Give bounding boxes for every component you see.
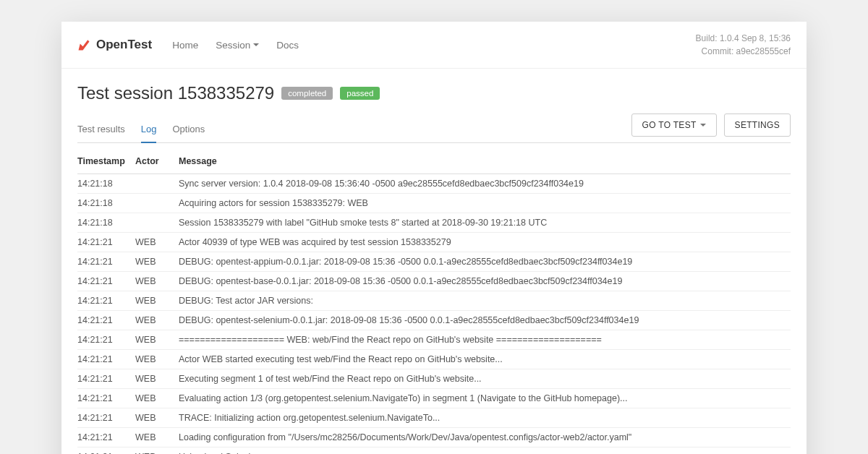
header-timestamp: Timestamp	[77, 147, 135, 174]
log-row: 14:21:21WEBEvaluating action 1/3 (org.ge…	[77, 389, 791, 408]
action-buttons: GO TO TEST SETTINGS	[631, 113, 791, 137]
log-timestamp: 14:21:21	[77, 233, 135, 252]
log-timestamp: 14:21:18	[77, 174, 135, 194]
log-message: TRACE: Initializing action org.getopente…	[179, 408, 791, 428]
logo-icon	[77, 38, 90, 51]
log-message: DEBUG: opentest-appium-0.0.1.jar: 2018-0…	[179, 252, 791, 272]
log-message: Evaluating action 1/3 (org.getopentest.s…	[179, 389, 791, 408]
log-message: ==================== WEB: web/Find the R…	[179, 330, 791, 350]
tabs-actions-row: Test results Log Options GO TO TEST SETT…	[77, 113, 791, 143]
header-actor: Actor	[135, 147, 179, 174]
build-text: Build: 1.0.4 Sep 8, 15:36	[696, 32, 791, 45]
brand-text: OpenTest	[96, 38, 152, 52]
log-actor: WEB	[135, 447, 179, 455]
page-title: Test session 1538335279	[77, 83, 274, 103]
chevron-down-icon	[253, 43, 259, 46]
log-message: Actor WEB started executing test web/Fin…	[179, 350, 791, 369]
log-timestamp: 14:21:21	[77, 311, 135, 330]
log-actor: WEB	[135, 389, 179, 408]
log-actor	[135, 194, 179, 213]
tabs: Test results Log Options	[77, 116, 205, 142]
nav-home[interactable]: Home	[172, 40, 198, 51]
log-row: 14:21:21WEBLoading configuration from "/…	[77, 428, 791, 447]
log-timestamp: 14:21:18	[77, 194, 135, 213]
log-row: 14:21:18Session 1538335279 with label "G…	[77, 213, 791, 233]
log-message: Session 1538335279 with label "GitHub sm…	[179, 213, 791, 233]
log-row: 14:21:18Acquiring actors for session 153…	[77, 194, 791, 213]
title-row: Test session 1538335279 completed passed	[77, 83, 791, 103]
log-actor: WEB	[135, 291, 179, 311]
log-actor: WEB	[135, 350, 179, 369]
log-row: 14:21:21WEBDEBUG: Test actor JAR version…	[77, 291, 791, 311]
log-message: Acquiring actors for session 1538335279:…	[179, 194, 791, 213]
chevron-down-icon	[700, 124, 706, 127]
page-body: Test session 1538335279 completed passed…	[61, 69, 807, 454]
log-row: 14:21:21WEB==================== WEB: web…	[77, 330, 791, 350]
nav-items: Home Session Docs	[172, 40, 299, 51]
brand[interactable]: OpenTest	[77, 38, 152, 52]
log-row: 14:21:21WEBTRACE: Initializing action or…	[77, 408, 791, 428]
log-actor: WEB	[135, 428, 179, 447]
log-actor	[135, 174, 179, 194]
app-window: OpenTest Home Session Docs Build: 1.0.4 …	[61, 22, 807, 454]
settings-button[interactable]: SETTINGS	[724, 113, 791, 137]
log-timestamp: 14:21:21	[77, 369, 135, 389]
log-actor: WEB	[135, 408, 179, 428]
nav-docs[interactable]: Docs	[276, 40, 299, 51]
log-row: 14:21:21WEBActor 40939 of type WEB was a…	[77, 233, 791, 252]
log-message: Using local Selenium server	[179, 447, 791, 455]
nav-session[interactable]: Session	[216, 40, 259, 51]
log-timestamp: 14:21:21	[77, 291, 135, 311]
commit-text: Commit: a9ec28555cef	[696, 45, 791, 58]
log-message: DEBUG: Test actor JAR versions:	[179, 291, 791, 311]
log-timestamp: 14:21:21	[77, 447, 135, 455]
log-actor	[135, 213, 179, 233]
log-row: 14:21:21WEBExecuting segment 1 of test w…	[77, 369, 791, 389]
log-message: DEBUG: opentest-base-0.0.1.jar: 2018-09-…	[179, 272, 791, 291]
log-row: 14:21:21WEBDEBUG: opentest-appium-0.0.1.…	[77, 252, 791, 272]
tab-test-results[interactable]: Test results	[77, 116, 125, 142]
log-timestamp: 14:21:21	[77, 428, 135, 447]
log-row: 14:21:18Sync server version: 1.0.4 2018-…	[77, 174, 791, 194]
log-timestamp: 14:21:21	[77, 252, 135, 272]
log-actor: WEB	[135, 311, 179, 330]
go-to-test-button[interactable]: GO TO TEST	[631, 113, 717, 137]
log-timestamp: 14:21:21	[77, 408, 135, 428]
log-timestamp: 14:21:21	[77, 330, 135, 350]
log-actor: WEB	[135, 330, 179, 350]
status-badge-passed: passed	[340, 87, 380, 100]
status-badge-completed: completed	[281, 87, 333, 100]
build-meta: Build: 1.0.4 Sep 8, 15:36 Commit: a9ec28…	[696, 32, 791, 58]
log-table: Timestamp Actor Message 14:21:18Sync ser…	[77, 147, 791, 454]
log-timestamp: 14:21:21	[77, 272, 135, 291]
log-row: 14:21:21WEBUsing local Selenium server	[77, 447, 791, 455]
log-message: Executing segment 1 of test web/Find the…	[179, 369, 791, 389]
log-row: 14:21:21WEBDEBUG: opentest-base-0.0.1.ja…	[77, 272, 791, 291]
log-actor: WEB	[135, 272, 179, 291]
log-row: 14:21:21WEBActor WEB started executing t…	[77, 350, 791, 369]
tab-options[interactable]: Options	[172, 116, 205, 142]
log-message: Sync server version: 1.0.4 2018-09-08 15…	[179, 174, 791, 194]
log-message: Loading configuration from "/Users/mc282…	[179, 428, 791, 447]
log-timestamp: 14:21:21	[77, 389, 135, 408]
log-actor: WEB	[135, 252, 179, 272]
log-timestamp: 14:21:18	[77, 213, 135, 233]
tab-log[interactable]: Log	[141, 116, 157, 143]
log-message: DEBUG: opentest-selenium-0.0.1.jar: 2018…	[179, 311, 791, 330]
navbar: OpenTest Home Session Docs Build: 1.0.4 …	[61, 22, 807, 69]
log-timestamp: 14:21:21	[77, 350, 135, 369]
log-message: Actor 40939 of type WEB was acquired by …	[179, 233, 791, 252]
log-row: 14:21:21WEBDEBUG: opentest-selenium-0.0.…	[77, 311, 791, 330]
header-message: Message	[179, 147, 791, 174]
log-actor: WEB	[135, 233, 179, 252]
log-actor: WEB	[135, 369, 179, 389]
